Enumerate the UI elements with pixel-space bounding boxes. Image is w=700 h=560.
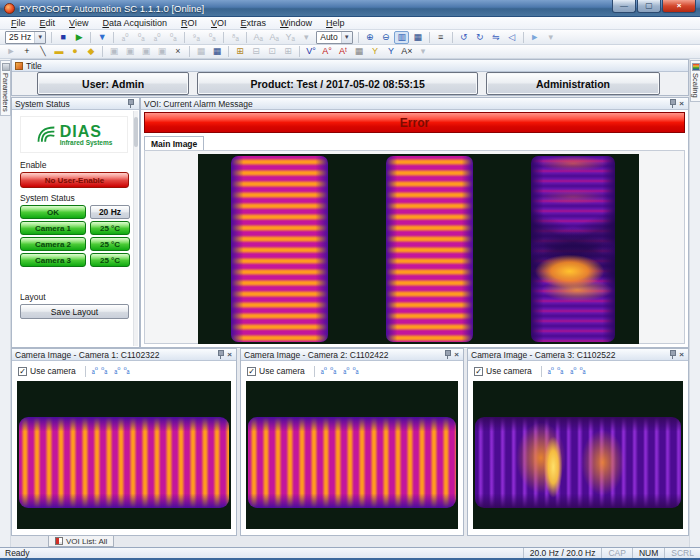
camera2-status-button[interactable]: Camera 2	[20, 237, 86, 251]
title-bar: PYROSOFT Automation SC 1.1.1.0 [Online] …	[0, 0, 700, 17]
toolbar-separator	[452, 32, 453, 43]
camera-adjust-icon-3[interactable]: ₐ⁰	[570, 366, 576, 376]
use-camera-checkbox[interactable]: ✓	[474, 367, 483, 376]
status-ok-button[interactable]: OK	[20, 205, 86, 219]
voi-list-tab[interactable]: VOI List: All	[48, 536, 114, 547]
pin-icon[interactable]	[444, 350, 451, 359]
camera-adjust-icon-1[interactable]: ₐ⁰	[321, 366, 327, 376]
camera3-status-button[interactable]: Camera 3	[20, 253, 86, 267]
filter-icon[interactable]: ▼	[95, 31, 110, 44]
menu-roi[interactable]: ROI	[174, 18, 204, 28]
menu-file[interactable]: File	[4, 18, 33, 28]
camera3-temp-button[interactable]: 25 °C	[90, 253, 130, 267]
use-camera-checkbox[interactable]: ✓	[247, 367, 256, 376]
menu-window[interactable]: Window	[273, 18, 319, 28]
mirror-horizontal-icon[interactable]: ⇋	[488, 31, 503, 44]
delete-roi-icon[interactable]: ×	[171, 45, 186, 58]
point-tool-icon[interactable]: +	[20, 45, 35, 58]
title-panel-header[interactable]: Title	[12, 60, 688, 72]
camera2-temp-button[interactable]: 25 °C	[90, 237, 130, 251]
camera1-temp-button[interactable]: 25 °C	[90, 221, 130, 235]
status-frame-rate: 20.0 Hz / 20.0 Hz	[523, 548, 602, 558]
administration-button[interactable]: Administration	[486, 72, 660, 95]
no-user-enable-button[interactable]: No User-Enable	[20, 172, 129, 188]
camera1-status-button[interactable]: Camera 1	[20, 221, 86, 235]
camera-adjust-icon-4[interactable]: ⁰ₐ	[123, 366, 129, 376]
menu-edit[interactable]: Edit	[33, 18, 63, 28]
pin-icon[interactable]	[669, 350, 676, 359]
scaling-collapsed-tab[interactable]: Scaling	[690, 60, 700, 102]
menu-help[interactable]: Help	[319, 18, 352, 28]
polygon-tool-icon[interactable]: ◆	[84, 45, 99, 58]
dropdown-arrow-icon[interactable]: ▼	[34, 32, 45, 43]
camera-adjust-icon-4[interactable]: ⁰ₐ	[352, 366, 358, 376]
maximize-button[interactable]: ▢	[637, 0, 661, 13]
tab-main-image[interactable]: Main Image	[144, 136, 204, 150]
status-rate-button[interactable]: 20 Hz	[90, 205, 130, 219]
camera-adjust-icon-1[interactable]: ₐ⁰	[92, 366, 98, 376]
camera3-thermal-image[interactable]	[473, 381, 683, 529]
camera2-header[interactable]: Camera Image - Camera 2: C1102422 ×	[241, 349, 463, 361]
close-button[interactable]: ×	[662, 0, 696, 13]
main-thermal-image[interactable]	[198, 154, 639, 344]
pointer-mode-icon[interactable]: ►	[527, 31, 542, 44]
product-button[interactable]: Product: Test / 2017-05-02 08:53:15	[197, 72, 478, 95]
voi-image-display-icon[interactable]: ▦	[352, 45, 367, 58]
ellipse-tool-icon[interactable]: ●	[68, 45, 83, 58]
zoom-out-icon[interactable]: ⊖	[378, 31, 393, 44]
voi-value-display-icon[interactable]: V°	[304, 45, 319, 58]
camera3-header[interactable]: Camera Image - Camera 3: C1102522 ×	[468, 349, 688, 361]
play-icon[interactable]: ▶	[72, 31, 87, 44]
menu-voi[interactable]: VOI	[204, 18, 234, 28]
zoom-in-icon[interactable]: ⊕	[362, 31, 377, 44]
rotate-left-icon[interactable]: ↺	[456, 31, 471, 44]
stop-icon[interactable]: ■	[56, 31, 71, 44]
camera1-thermal-image[interactable]	[17, 381, 231, 529]
camera-adjust-icon-1[interactable]: ₐ⁰	[548, 366, 554, 376]
close-panel-icon[interactable]: ×	[227, 350, 232, 359]
roi-table-icon[interactable]: ▦	[210, 45, 225, 58]
camera-adjust-icon-4[interactable]: ⁰ₐ	[579, 366, 585, 376]
scaling-mode-combo[interactable]: Auto▼	[316, 31, 353, 44]
camera-adjust-icon-2[interactable]: ⁰ₐ	[330, 366, 336, 376]
pin-icon[interactable]	[127, 99, 134, 108]
parameters-collapsed-tab[interactable]: Parameters	[0, 60, 11, 116]
close-panel-icon[interactable]: ×	[679, 99, 684, 108]
voi-alarm-display-icon[interactable]: A°	[320, 45, 335, 58]
pin-icon[interactable]	[669, 99, 676, 108]
camera-adjust-icon-3[interactable]: ₐ⁰	[343, 366, 349, 376]
close-panel-icon[interactable]: ×	[454, 350, 459, 359]
camera2-thermal-image[interactable]	[246, 381, 458, 529]
camera1-header[interactable]: Camera Image - Camera 1: C1102322 ×	[12, 349, 236, 361]
menu-data-acquisition[interactable]: Data Acquisition	[95, 18, 174, 28]
camera-adjust-icon-2[interactable]: ⁰ₐ	[101, 366, 107, 376]
voi-import-icon[interactable]: Y	[384, 45, 399, 58]
voi-clear-icon[interactable]: A×	[400, 45, 415, 58]
frame-rate-combo[interactable]: 25 Hz▼	[5, 31, 46, 44]
camera-adjust-icon-2[interactable]: ⁰ₐ	[557, 366, 563, 376]
user-button[interactable]: User: Admin	[37, 72, 189, 95]
palette-bar-icon[interactable]: ≡	[433, 31, 448, 44]
rectangle-tool-icon[interactable]: ▬	[52, 45, 67, 58]
pin-icon[interactable]	[217, 350, 224, 359]
rotate-right-icon[interactable]: ↻	[472, 31, 487, 44]
menu-extras[interactable]: Extras	[234, 18, 274, 28]
line-tool-icon[interactable]: ╲	[36, 45, 51, 58]
voi-add-icon[interactable]: ⊞	[233, 45, 248, 58]
camera-adjust-icon-3[interactable]: ₐ⁰	[114, 366, 120, 376]
fit-to-window-icon[interactable]: ▥	[394, 31, 409, 44]
dropdown-arrow-icon[interactable]: ▼	[341, 32, 352, 43]
minimize-button[interactable]: —	[612, 0, 636, 13]
voi-text-display-icon[interactable]: Aᵗ	[336, 45, 351, 58]
use-camera-checkbox[interactable]: ✓	[18, 367, 27, 376]
system-status-header[interactable]: System Status	[12, 98, 139, 110]
original-size-icon[interactable]: ▦	[410, 31, 425, 44]
voi-edit-icon: ⊡	[265, 45, 280, 58]
system-panel-scrollbar[interactable]	[133, 111, 138, 346]
mirror-vertical-icon[interactable]: ◁	[504, 31, 519, 44]
close-panel-icon[interactable]: ×	[679, 350, 684, 359]
voi-panel-header[interactable]: VOI: Current Alarm Message ×	[141, 98, 688, 110]
voi-export-icon[interactable]: Y	[368, 45, 383, 58]
menu-view[interactable]: View	[62, 18, 95, 28]
save-layout-button[interactable]: Save Layout	[20, 304, 129, 319]
